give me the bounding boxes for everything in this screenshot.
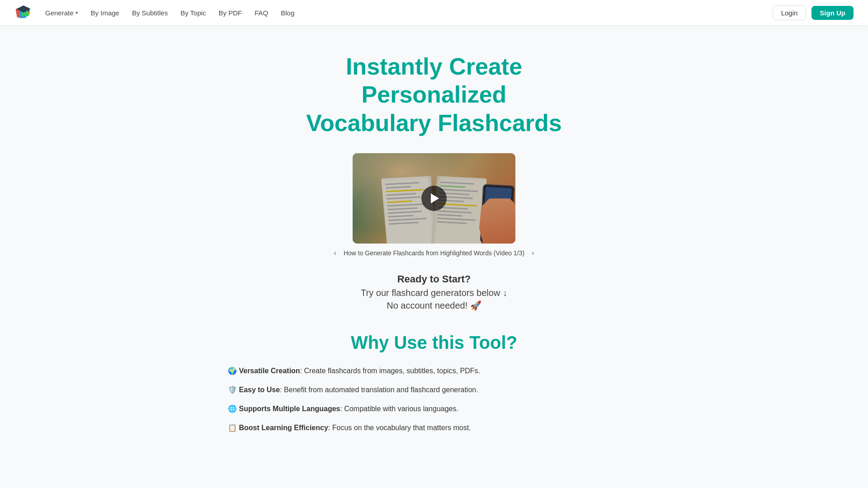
feature-label: Versatile Creation bbox=[239, 367, 300, 375]
why-title: Why Use this Tool? bbox=[228, 333, 640, 353]
feature-item: 🌐 Supports Multiple Languages: Compatibl… bbox=[228, 404, 640, 414]
feature-label: Boost Learning Efficiency bbox=[239, 424, 328, 432]
next-video-button[interactable]: › bbox=[532, 249, 534, 257]
prev-video-button[interactable]: ‹ bbox=[334, 249, 336, 257]
feature-label: Supports Multiple Languages bbox=[239, 405, 340, 413]
feature-icon: 🌐 bbox=[228, 405, 237, 413]
feature-label: Easy to Use bbox=[239, 386, 280, 394]
nav-by-pdf[interactable]: By PDF bbox=[213, 5, 248, 20]
feature-item: 📋 Boost Learning Efficiency: Focus on th… bbox=[228, 422, 640, 433]
cta-section: Ready to Start? Try our flashcard genera… bbox=[228, 273, 640, 311]
feature-icon: 📋 bbox=[228, 424, 237, 432]
feature-icon: 🌍 bbox=[228, 367, 237, 375]
video-thumbnail bbox=[353, 153, 515, 244]
play-icon bbox=[431, 193, 439, 203]
logo[interactable] bbox=[14, 4, 33, 22]
play-button[interactable] bbox=[421, 186, 447, 211]
feature-item: 🌍 Versatile Creation: Create flashcards … bbox=[228, 366, 640, 376]
play-button-overlay[interactable] bbox=[353, 153, 515, 244]
video-container[interactable] bbox=[353, 153, 515, 244]
video-caption: ‹ How to Generate Flashcards from Highli… bbox=[228, 249, 640, 257]
nav-by-subtitles[interactable]: By Subtitles bbox=[127, 5, 173, 20]
nav-blog[interactable]: Blog bbox=[275, 5, 300, 20]
navbar: Generate ▾ By Image By Subtitles By Topi… bbox=[0, 0, 868, 25]
navbar-links: Generate ▾ By Image By Subtitles By Topi… bbox=[40, 5, 773, 20]
video-caption-text: How to Generate Flashcards from Highligh… bbox=[344, 249, 524, 257]
nav-by-image[interactable]: By Image bbox=[85, 5, 125, 20]
feature-description: : Create flashcards from images, subtitl… bbox=[300, 367, 480, 375]
cta-no-account-text: No account needed! 🚀 bbox=[228, 300, 640, 311]
nav-by-topic[interactable]: By Topic bbox=[175, 5, 211, 20]
chevron-down-icon: ▾ bbox=[75, 10, 78, 16]
nav-faq[interactable]: FAQ bbox=[249, 5, 274, 20]
login-button[interactable]: Login bbox=[773, 5, 807, 20]
feature-description: : Focus on the vocabulary that matters m… bbox=[328, 424, 471, 432]
svg-rect-4 bbox=[28, 9, 29, 13]
cta-ready-text: Ready to Start? bbox=[228, 273, 640, 285]
navbar-actions: Login Sign Up bbox=[773, 5, 854, 20]
feature-list: 🌍 Versatile Creation: Create flashcards … bbox=[228, 366, 640, 433]
feature-description: : Benefit from automated translation and… bbox=[280, 386, 478, 394]
nav-generate[interactable]: Generate ▾ bbox=[40, 5, 84, 20]
feature-description: : Compatible with various languages. bbox=[340, 405, 458, 413]
why-section: Why Use this Tool? 🌍 Versatile Creation:… bbox=[228, 333, 640, 433]
cta-sub-text: Try our flashcard generators below ↓ bbox=[228, 288, 640, 298]
main-content: Instantly Create Personalized Vocabulary… bbox=[217, 25, 651, 460]
svg-point-5 bbox=[28, 12, 30, 14]
hero-title: Instantly Create Personalized Vocabulary… bbox=[228, 52, 640, 137]
feature-item: 🛡️ Easy to Use: Benefit from automated t… bbox=[228, 385, 640, 395]
feature-icon: 🛡️ bbox=[228, 386, 237, 394]
signup-button[interactable]: Sign Up bbox=[811, 6, 854, 20]
